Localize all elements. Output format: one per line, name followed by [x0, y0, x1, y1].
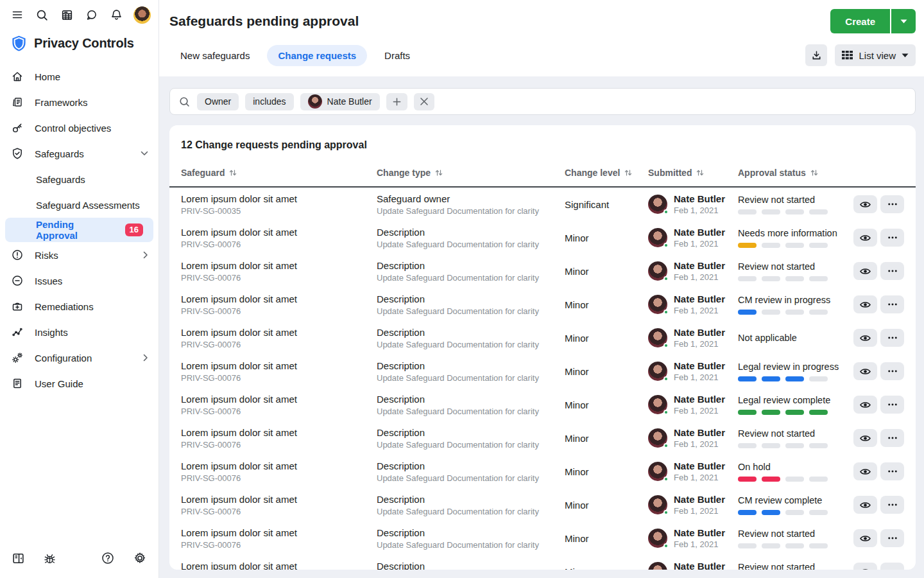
menu-icon[interactable]: [10, 7, 25, 22]
table-row[interactable]: Lorem ipsum dolor sit amet PRIV-SG-00076…: [169, 221, 916, 254]
filter-operator-chip[interactable]: includes: [245, 93, 293, 110]
sidebar-item-frameworks[interactable]: Frameworks: [0, 89, 158, 115]
table-row[interactable]: Lorem ipsum dolor sit amet PRIV-SG-00076…: [169, 321, 916, 355]
create-button[interactable]: Create: [830, 9, 890, 33]
bell-icon[interactable]: [108, 7, 124, 22]
view-button[interactable]: [853, 563, 877, 570]
status-pill: [809, 543, 828, 548]
sidebar-item-safeguards[interactable]: Safeguards: [0, 141, 158, 166]
table-row[interactable]: Lorem ipsum dolor sit amet PRIV-SG-00076…: [169, 254, 916, 288]
help-icon[interactable]: [101, 551, 115, 565]
more-actions-button[interactable]: [880, 362, 904, 380]
table-row[interactable]: Lorem ipsum dolor sit amet PRIV-SG-00076…: [169, 521, 916, 555]
more-actions-button[interactable]: [880, 462, 904, 480]
clear-filters-button[interactable]: [414, 93, 434, 110]
logo-shield-icon: [10, 35, 28, 52]
more-actions-button[interactable]: [880, 195, 904, 213]
status-pill: [785, 243, 804, 248]
column-header-submitted[interactable]: Submitted: [648, 168, 738, 178]
status-pill: [809, 477, 828, 482]
download-button[interactable]: [805, 44, 827, 66]
more-actions-button[interactable]: [880, 295, 904, 313]
submitted-cell: Nate Butler Feb 1, 2021: [648, 527, 738, 549]
tab-new-safeguards[interactable]: New safeguards: [169, 45, 261, 66]
view-button[interactable]: [853, 295, 877, 313]
view-button[interactable]: [853, 496, 877, 514]
more-actions-button[interactable]: [880, 396, 904, 414]
sidebar-item-configuration[interactable]: Configuration: [0, 345, 158, 371]
column-header-change-type[interactable]: Change type: [377, 168, 565, 178]
bug-report-icon[interactable]: [43, 552, 56, 565]
table-row[interactable]: Lorem ipsum dolor sit amet PRIV-SG-00076…: [169, 388, 916, 421]
list-view-button[interactable]: List view: [835, 44, 916, 66]
sidebar-item-issues[interactable]: Issues: [0, 268, 158, 293]
tab-change-requests[interactable]: Change requests: [267, 45, 367, 66]
apps-grid-icon[interactable]: [59, 7, 74, 22]
submitter-name: Nate Butler: [674, 394, 725, 405]
table-row[interactable]: Lorem ipsum dolor sit amet PRIV-SG-00076…: [169, 488, 916, 521]
issue-minus-icon: [10, 274, 24, 287]
filter-bar[interactable]: Owner includes Nate Butler: [169, 88, 916, 115]
search-icon[interactable]: [35, 7, 50, 22]
settings-gear-icon[interactable]: [133, 551, 147, 565]
table-row[interactable]: Lorem ipsum dolor sit amet PRIV-SG-00076…: [169, 421, 916, 455]
create-dropdown-button[interactable]: [891, 9, 916, 33]
view-button[interactable]: [853, 462, 877, 480]
filter-field-chip[interactable]: Owner: [197, 93, 239, 110]
table-row[interactable]: Lorem ipsum dolor sit amet PRIV-SG-00035…: [169, 188, 916, 221]
sidebar-item-home[interactable]: Home: [0, 64, 158, 89]
more-actions-button[interactable]: [880, 496, 904, 514]
safeguard-name: Lorem ipsum dolor sit amet: [181, 293, 377, 304]
safeguard-id: PRIV-SG-00076: [181, 373, 377, 383]
sidebar-item-remediations[interactable]: Remediations: [0, 293, 158, 319]
main-area: Safeguards pending approval Create New s…: [159, 0, 924, 578]
sidebar-item-label: Safeguards: [36, 174, 85, 185]
table-row[interactable]: Lorem ipsum dolor sit amet PRIV-SG-00076…: [169, 555, 916, 570]
table-row[interactable]: Lorem ipsum dolor sit amet PRIV-SG-00076…: [169, 288, 916, 321]
sidebar-item-risks[interactable]: Risks: [0, 242, 158, 268]
add-filter-button[interactable]: [386, 93, 407, 110]
safeguard-name: Lorem ipsum dolor sit amet: [181, 260, 377, 271]
sidebar-item-pending-approval[interactable]: Pending Approval 16: [5, 218, 153, 242]
submitter-avatar: [648, 529, 667, 548]
table-row[interactable]: Lorem ipsum dolor sit amet PRIV-SG-00076…: [169, 355, 916, 388]
more-actions-button[interactable]: [880, 329, 904, 347]
sidebar-item-insights[interactable]: Insights: [0, 319, 158, 345]
view-button[interactable]: [853, 529, 877, 547]
view-button[interactable]: [853, 229, 877, 247]
tab-drafts[interactable]: Drafts: [373, 45, 421, 66]
column-header-approval-status[interactable]: Approval status: [738, 168, 853, 178]
filter-value-chip[interactable]: Nate Butler: [300, 93, 380, 110]
column-header-safeguard[interactable]: Safeguard: [181, 168, 377, 178]
eye-icon: [859, 367, 871, 376]
chat-icon[interactable]: [84, 7, 99, 22]
view-button[interactable]: [853, 429, 877, 447]
more-actions-button[interactable]: [880, 262, 904, 280]
view-button[interactable]: [853, 396, 877, 414]
status-pill: [738, 276, 757, 281]
status-pill: [785, 443, 804, 448]
more-actions-button[interactable]: [880, 529, 904, 547]
collapse-sidebar-icon[interactable]: [12, 552, 25, 565]
view-button[interactable]: [853, 362, 877, 380]
user-avatar[interactable]: [133, 6, 151, 24]
change-type-cell: Description Update Safeguard Documentati…: [377, 327, 565, 349]
change-desc: Update Safeguard Documentation for clari…: [377, 440, 565, 450]
sidebar-item-safeguard-assessments[interactable]: Safeguard Assessments: [0, 192, 158, 218]
change-desc: Update Safeguard Documentation for clari…: [377, 407, 565, 416]
sidebar-item-user-guide[interactable]: User Guide: [0, 371, 158, 396]
online-status-dot: [663, 310, 669, 315]
more-actions-button[interactable]: [880, 429, 904, 447]
table-row[interactable]: Lorem ipsum dolor sit amet PRIV-SG-00076…: [169, 455, 916, 488]
plus-icon: [392, 97, 402, 107]
more-actions-button[interactable]: [880, 563, 904, 570]
online-status-dot: [663, 276, 669, 281]
sidebar-item-safeguards-sub[interactable]: Safeguards: [0, 166, 158, 192]
column-header-change-level[interactable]: Change level: [565, 168, 648, 178]
view-button[interactable]: [853, 329, 877, 347]
more-actions-button[interactable]: [880, 229, 904, 247]
view-button[interactable]: [853, 262, 877, 280]
view-button[interactable]: [853, 195, 877, 213]
sidebar-item-control-objectives[interactable]: Control objectives: [0, 115, 158, 141]
submitter-name: Nate Butler: [674, 427, 725, 438]
